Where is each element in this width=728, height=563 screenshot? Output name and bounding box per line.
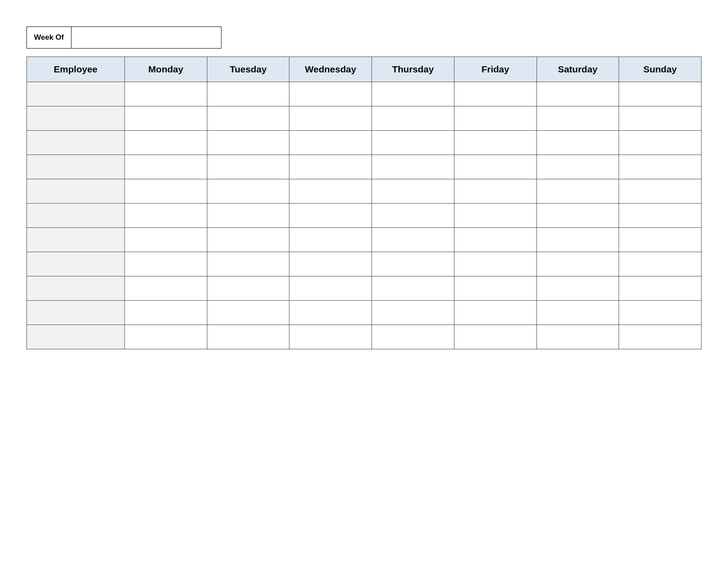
day-cell[interactable] — [454, 204, 537, 228]
table-row — [27, 179, 702, 204]
day-cell[interactable] — [207, 131, 289, 155]
header-wednesday: Wednesday — [289, 57, 372, 82]
day-cell[interactable] — [537, 131, 619, 155]
day-cell[interactable] — [124, 155, 207, 179]
day-cell[interactable] — [124, 106, 207, 131]
table-row — [27, 82, 702, 106]
header-friday: Friday — [454, 57, 537, 82]
day-cell[interactable] — [124, 276, 207, 301]
employee-cell[interactable] — [27, 252, 125, 276]
day-cell[interactable] — [289, 301, 372, 325]
day-cell[interactable] — [454, 106, 537, 131]
day-cell[interactable] — [537, 106, 619, 131]
day-cell[interactable] — [124, 228, 207, 252]
day-cell[interactable] — [537, 276, 619, 301]
day-cell[interactable] — [207, 276, 289, 301]
day-cell[interactable] — [124, 179, 207, 204]
table-row — [27, 155, 702, 179]
day-cell[interactable] — [124, 131, 207, 155]
day-cell[interactable] — [289, 179, 372, 204]
employee-cell[interactable] — [27, 155, 125, 179]
employee-cell[interactable] — [27, 179, 125, 204]
day-cell[interactable] — [372, 325, 454, 349]
day-cell[interactable] — [537, 82, 619, 106]
day-cell[interactable] — [454, 301, 537, 325]
day-cell[interactable] — [619, 228, 702, 252]
day-cell[interactable] — [619, 131, 702, 155]
day-cell[interactable] — [454, 179, 537, 204]
day-cell[interactable] — [372, 204, 454, 228]
employee-cell[interactable] — [27, 82, 125, 106]
day-cell[interactable] — [372, 301, 454, 325]
employee-cell[interactable] — [27, 106, 125, 131]
day-cell[interactable] — [454, 155, 537, 179]
day-cell[interactable] — [207, 252, 289, 276]
day-cell[interactable] — [289, 325, 372, 349]
day-cell[interactable] — [537, 252, 619, 276]
day-cell[interactable] — [537, 155, 619, 179]
table-row — [27, 228, 702, 252]
day-cell[interactable] — [619, 301, 702, 325]
day-cell[interactable] — [207, 155, 289, 179]
day-cell[interactable] — [207, 82, 289, 106]
day-cell[interactable] — [619, 179, 702, 204]
day-cell[interactable] — [124, 325, 207, 349]
day-cell[interactable] — [372, 155, 454, 179]
header-sunday: Sunday — [619, 57, 702, 82]
day-cell[interactable] — [289, 155, 372, 179]
day-cell[interactable] — [289, 82, 372, 106]
day-cell[interactable] — [372, 276, 454, 301]
employee-cell[interactable] — [27, 131, 125, 155]
day-cell[interactable] — [207, 106, 289, 131]
table-row — [27, 204, 702, 228]
day-cell[interactable] — [537, 301, 619, 325]
day-cell[interactable] — [124, 82, 207, 106]
day-cell[interactable] — [537, 204, 619, 228]
day-cell[interactable] — [207, 301, 289, 325]
day-cell[interactable] — [537, 325, 619, 349]
day-cell[interactable] — [619, 276, 702, 301]
day-cell[interactable] — [619, 82, 702, 106]
day-cell[interactable] — [372, 179, 454, 204]
day-cell[interactable] — [619, 155, 702, 179]
day-cell[interactable] — [454, 131, 537, 155]
day-cell[interactable] — [372, 131, 454, 155]
day-cell[interactable] — [289, 106, 372, 131]
employee-cell[interactable] — [27, 204, 125, 228]
employee-cell[interactable] — [27, 276, 125, 301]
day-cell[interactable] — [124, 301, 207, 325]
day-cell[interactable] — [454, 82, 537, 106]
day-cell[interactable] — [289, 228, 372, 252]
day-cell[interactable] — [619, 325, 702, 349]
day-cell[interactable] — [619, 106, 702, 131]
day-cell[interactable] — [454, 276, 537, 301]
day-cell[interactable] — [289, 252, 372, 276]
day-cell[interactable] — [207, 204, 289, 228]
day-cell[interactable] — [537, 179, 619, 204]
day-cell[interactable] — [124, 204, 207, 228]
day-cell[interactable] — [372, 106, 454, 131]
day-cell[interactable] — [289, 276, 372, 301]
day-cell[interactable] — [454, 228, 537, 252]
day-cell[interactable] — [454, 325, 537, 349]
table-row — [27, 301, 702, 325]
day-cell[interactable] — [537, 228, 619, 252]
day-cell[interactable] — [372, 252, 454, 276]
day-cell[interactable] — [289, 204, 372, 228]
employee-cell[interactable] — [27, 228, 125, 252]
employee-cell[interactable] — [27, 301, 125, 325]
day-cell[interactable] — [619, 204, 702, 228]
day-cell[interactable] — [454, 252, 537, 276]
day-cell[interactable] — [207, 228, 289, 252]
employee-cell[interactable] — [27, 325, 125, 349]
day-cell[interactable] — [619, 252, 702, 276]
week-of-input[interactable] — [71, 26, 221, 49]
day-cell[interactable] — [372, 82, 454, 106]
day-cell[interactable] — [207, 179, 289, 204]
header-tuesday: Tuesday — [207, 57, 289, 82]
week-of-container: Week Of — [26, 26, 702, 49]
day-cell[interactable] — [372, 228, 454, 252]
day-cell[interactable] — [124, 252, 207, 276]
day-cell[interactable] — [289, 131, 372, 155]
day-cell[interactable] — [207, 325, 289, 349]
